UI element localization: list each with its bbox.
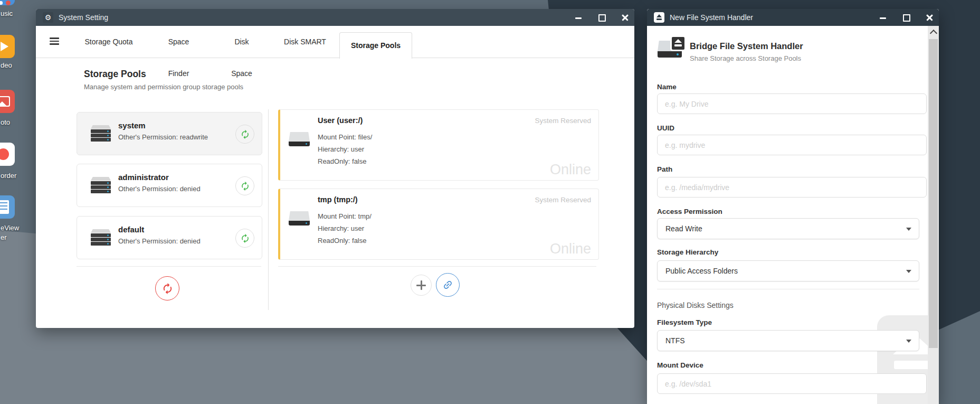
pool-name: administrator <box>118 173 169 182</box>
gear-icon: ⚙ <box>43 12 53 23</box>
volume-hierarchy: Hierarchy: user <box>318 145 364 153</box>
mount-device-label: Mount Device <box>657 361 703 369</box>
volume-mount-point: Mount Point: tmp/ <box>318 212 372 220</box>
shortcut-label: order <box>1 172 16 180</box>
close-button[interactable] <box>925 13 934 22</box>
pool-card-default[interactable]: default Other's Permission: denied <box>77 216 262 259</box>
eject-icon <box>654 12 664 23</box>
pool-sync-button[interactable] <box>235 176 254 195</box>
scrollbar-up-arrow[interactable] <box>928 26 939 37</box>
sync-icon <box>240 129 250 139</box>
photo-icon <box>0 90 15 113</box>
storage-hierarchy-value: Public Access Folders <box>665 267 738 275</box>
handler-header-title: Bridge File System Handler <box>690 41 803 51</box>
recorder-icon <box>0 143 15 166</box>
add-volume-button[interactable] <box>411 275 432 296</box>
shortcut-label: usic <box>1 10 13 17</box>
chevron-down-icon <box>906 228 911 231</box>
pool-permission: Other's Permission: denied <box>118 185 201 193</box>
pool-sync-button[interactable] <box>235 125 254 144</box>
refresh-pools-button[interactable] <box>155 276 179 300</box>
disk-icon <box>289 211 310 226</box>
minimize-button[interactable] <box>574 13 583 22</box>
tab-disk-smart[interactable]: Disk SMART <box>283 26 327 58</box>
physical-disks-section-label: Physical Disks Settings <box>657 301 734 309</box>
path-input[interactable] <box>657 177 927 198</box>
sync-icon <box>240 233 250 243</box>
filesystem-type-select[interactable]: NTFS <box>657 330 919 351</box>
name-label: Name <box>657 83 677 91</box>
access-permission-value: Read Write <box>665 224 702 233</box>
chevron-down-icon <box>906 270 911 273</box>
volume-readonly: ReadOnly: false <box>318 237 367 245</box>
refresh-icon <box>161 283 174 295</box>
tab-disk-space[interactable]: Disk Space <box>223 26 260 58</box>
name-input[interactable] <box>657 93 927 114</box>
handler-body: Bridge File System Handler Share Storage… <box>647 26 939 404</box>
desktop: usic deo oto order eView er ⚙ System Set… <box>0 0 980 404</box>
divider <box>657 289 919 289</box>
storage-hierarchy-label: Storage Hierarchy <box>657 248 718 256</box>
scrollbar-thumb[interactable] <box>929 39 938 348</box>
filesystem-type-label: Filesystem Type <box>657 318 712 326</box>
tab-storage-pools[interactable]: Storage Pools <box>339 32 412 59</box>
uuid-label: UUID <box>657 124 674 132</box>
handler-titlebar[interactable]: New File System Handler <box>647 9 939 26</box>
divider <box>77 266 261 267</box>
disk-icon <box>289 132 310 147</box>
shortcut-label: eView <box>1 224 19 232</box>
filesystem-type-value: NTFS <box>665 336 685 345</box>
volume-card-tmp[interactable]: tmp (tmp:/) System Reserved Mount Point:… <box>278 189 599 260</box>
access-permission-select[interactable]: Read Write <box>657 218 919 239</box>
close-button[interactable] <box>621 13 629 22</box>
server-icon <box>91 125 111 142</box>
volume-readonly: ReadOnly: false <box>318 157 367 165</box>
pool-name: default <box>118 225 144 234</box>
mount-device-input[interactable] <box>657 373 927 394</box>
minimize-button[interactable] <box>879 13 887 22</box>
pool-sync-button[interactable] <box>235 229 254 248</box>
volume-badge: System Reserved <box>535 117 591 125</box>
path-label: Path <box>657 165 672 173</box>
link-icon <box>440 277 456 293</box>
fileviewer-icon <box>0 195 15 219</box>
storage-hierarchy-select[interactable]: Public Access Folders <box>657 260 919 281</box>
handler-header-subtitle: Share Storage across Storage Pools <box>690 54 801 62</box>
window-title: New File System Handler <box>670 13 753 22</box>
page-title: Storage Pools <box>84 69 146 80</box>
video-icon <box>0 35 15 58</box>
new-file-system-handler-window: New File System Handler Bridge File Syst… <box>647 9 939 404</box>
volume-card-user[interactable]: User (user:/) System Reserved Mount Poin… <box>278 109 599 181</box>
volume-hierarchy: Hierarchy: user <box>318 224 364 232</box>
shortcut-label: oto <box>1 118 10 126</box>
pool-permission: Other's Permission: readwrite <box>118 133 208 141</box>
access-permission-label: Access Permission <box>657 208 722 215</box>
pool-name: system <box>118 121 146 130</box>
tab-space-finder[interactable]: Space Finder <box>157 26 200 58</box>
bridge-handler-icon <box>658 41 682 62</box>
maximize-button[interactable] <box>902 13 910 22</box>
scrollbar[interactable] <box>928 26 939 404</box>
chevron-down-icon <box>906 340 911 343</box>
tab-storage-quota[interactable]: Storage Quota <box>84 26 133 58</box>
system-setting-titlebar[interactable]: ⚙ System Setting <box>36 9 634 26</box>
music-icon <box>0 0 15 5</box>
system-setting-window: ⚙ System Setting Storage Quota Space Fin… <box>36 9 634 328</box>
sync-icon <box>240 181 250 191</box>
volume-name: tmp (tmp:/) <box>318 195 358 204</box>
divider <box>278 266 596 267</box>
pool-permission: Other's Permission: denied <box>118 237 201 245</box>
pool-card-system[interactable]: system Other's Permission: readwrite <box>77 112 262 155</box>
maximize-button[interactable] <box>597 13 606 22</box>
uuid-input[interactable] <box>657 135 927 155</box>
volume-status: Online <box>550 241 591 257</box>
window-title: System Setting <box>59 13 108 22</box>
tab-bar: Storage Quota Space Finder Disk Space Di… <box>36 26 634 58</box>
divider <box>268 109 269 310</box>
link-volume-button[interactable] <box>436 273 460 297</box>
pool-card-administrator[interactable]: administrator Other's Permission: denied <box>77 164 262 207</box>
menu-icon[interactable] <box>50 37 59 45</box>
shortcut-label: er <box>1 233 7 241</box>
page-subtitle: Manage system and permission group stora… <box>84 83 243 91</box>
shortcut-label: deo <box>1 61 12 69</box>
